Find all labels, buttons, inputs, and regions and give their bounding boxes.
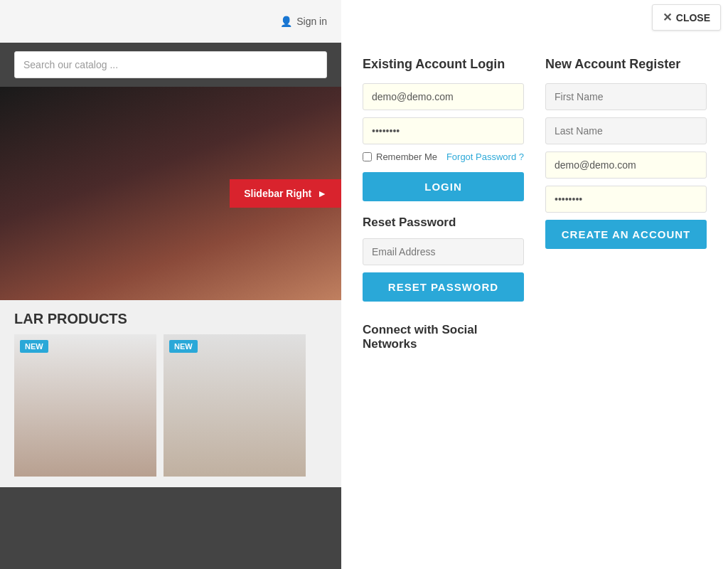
- login-section: Existing Account Login Remember Me Forgo…: [363, 57, 524, 351]
- arrow-icon: ►: [317, 188, 327, 199]
- remember-me-text: Remember Me: [376, 151, 437, 162]
- sign-in-label: Sign in: [296, 16, 327, 27]
- social-networks-title: Connect with Social Networks: [363, 323, 524, 351]
- sidebar-right-label: Slidebar Right: [244, 188, 311, 199]
- remember-me-label[interactable]: Remember Me: [363, 151, 437, 162]
- reset-password-title: Reset Password: [363, 216, 524, 230]
- login-button[interactable]: LOGIN: [363, 172, 524, 201]
- sign-in-link[interactable]: 👤 Sign in: [280, 16, 327, 27]
- new-badge: NEW: [20, 340, 48, 353]
- new-badge: NEW: [169, 340, 198, 353]
- register-title: New Account Register: [545, 57, 707, 72]
- register-last-name-input[interactable]: [545, 117, 707, 144]
- product-card: NEW: [164, 334, 306, 477]
- close-label: CLOSE: [676, 12, 710, 23]
- login-title: Existing Account Login: [363, 57, 524, 72]
- register-first-name-input[interactable]: [545, 83, 707, 110]
- forgot-password-link[interactable]: Forgot Password ?: [446, 151, 524, 162]
- reset-email-input[interactable]: [363, 238, 524, 265]
- modal-panel: ✕ CLOSE Existing Account Login Remember …: [341, 0, 728, 569]
- close-button[interactable]: ✕ CLOSE: [652, 4, 721, 31]
- register-password-input[interactable]: [545, 186, 707, 213]
- popular-title: LAR PRODUCTS: [14, 311, 327, 327]
- top-bar: 👤 Sign in: [0, 0, 341, 43]
- reset-password-button[interactable]: RESET PASSWORD: [363, 272, 524, 302]
- sidebar-right-button[interactable]: Slidebar Right ►: [230, 179, 341, 208]
- remember-me-checkbox[interactable]: [363, 152, 372, 161]
- register-email-input[interactable]: [545, 151, 707, 179]
- register-section: New Account Register CREATE AN ACCOUNT: [545, 57, 707, 351]
- remember-row: Remember Me Forgot Password ?: [363, 151, 524, 162]
- create-account-button[interactable]: CREATE AN ACCOUNT: [545, 220, 707, 249]
- hero-banner: Slidebar Right ►: [0, 87, 341, 300]
- product-grid: NEW NEW: [14, 334, 327, 477]
- search-bar: Search our catalog ...: [14, 51, 327, 78]
- login-password-input[interactable]: [363, 117, 524, 144]
- login-email-input[interactable]: [363, 83, 524, 110]
- modal-columns: Existing Account Login Remember Me Forgo…: [363, 57, 707, 351]
- popular-section: LAR PRODUCTS NEW NEW: [0, 300, 341, 487]
- close-x-icon: ✕: [663, 11, 672, 24]
- product-card: NEW: [14, 334, 156, 477]
- person-icon: 👤: [280, 16, 292, 27]
- search-placeholder: Search our catalog ...: [23, 59, 118, 70]
- background-page: 👤 Sign in Search our catalog ... Slideba…: [0, 0, 341, 569]
